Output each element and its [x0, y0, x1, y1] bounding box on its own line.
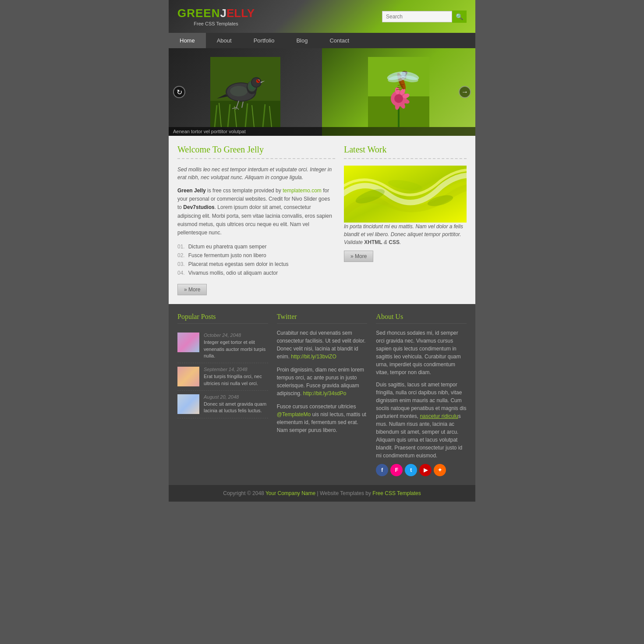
feature-list: 01.Dictum eu pharetra quam semper 02.Fus… [177, 242, 335, 277]
slider: ↻ → Aenean tortor vel porttitor volutpat [169, 48, 475, 136]
latest-work-title: Latest Work [344, 145, 467, 159]
slider-next-button[interactable]: → [459, 86, 471, 98]
logo-subtitle: Free CSS Templates [177, 21, 255, 26]
logo: GREENJELLY Free CSS Templates [177, 7, 255, 26]
post-content: August 20, 2048 Donec sit amet gravida q… [204, 394, 268, 414]
content-area: Welcome To Green Jelly Sed mollis leo ne… [169, 136, 475, 304]
search-box: 🔍 [382, 11, 467, 23]
twitter-title: Twitter [277, 313, 368, 324]
footer-templates-link[interactable]: Free CSS Templates [372, 490, 421, 496]
post-item: October 24, 2048 Integer eget tortor et … [177, 329, 268, 363]
intro-text: Sed mollis leo nec est tempor interdum e… [177, 166, 335, 181]
post-content: September 14, 2048 Erat turpis fringilla… [204, 367, 268, 387]
tweet-link[interactable]: http://bit.ly/13bviZO [291, 354, 336, 360]
svg-point-12 [230, 86, 248, 96]
dev7studios-label: Dev7studios [183, 204, 214, 210]
latest-work-section: Latest Work [344, 145, 467, 295]
list-item: 04.Vivamus mollis, odio ut aliquam aucto… [177, 269, 335, 277]
post-date: August 20, 2048 [204, 394, 268, 400]
post-content: October 24, 2048 Integer eget tortor et … [204, 333, 268, 359]
header: GREENJELLY Free CSS Templates 🔍 [169, 0, 475, 33]
slider-image [169, 48, 475, 136]
slide-right [322, 48, 475, 136]
post-date: September 14, 2048 [204, 367, 268, 372]
templatemo-twitter-link[interactable]: @TemplateMo [277, 411, 311, 418]
logo-red: ELLY [226, 7, 255, 20]
post-text: Erat turpis fringilla orci, nec ultricie… [204, 373, 268, 387]
twitter-section: Twitter Curabitur nec dui venenatis sem … [277, 313, 368, 476]
slider-prev-button[interactable]: ↻ [173, 86, 185, 98]
nav: Home About Portfolio Blog Contact [169, 33, 475, 48]
about-text-1: Sed rhoncus sodales mi, id semper orci g… [376, 329, 467, 376]
facebook-icon[interactable]: f [376, 464, 388, 476]
list-item: 03.Placerat metus egestas sem dolor in l… [177, 260, 335, 269]
svg-point-17 [252, 78, 261, 87]
social-icons: f F t ▶ ✦ [376, 464, 467, 476]
post-item: September 14, 2048 Erat turpis fringilla… [177, 363, 268, 391]
nav-blog[interactable]: Blog [285, 33, 318, 48]
post-thumbnail [177, 394, 199, 414]
youtube-icon[interactable]: ▶ [419, 464, 432, 476]
green-jelly-label: Green Jelly [177, 188, 206, 194]
work-caption: In porta tincidunt mi eu mattis. Nam vel… [344, 223, 467, 246]
tweet-link[interactable]: http://bit.ly/34sdPo [303, 390, 347, 396]
rss-icon[interactable]: ✦ [434, 464, 446, 476]
twitter-icon[interactable]: t [405, 464, 417, 476]
welcome-title: Welcome To Green Jelly [177, 145, 335, 159]
work-more-button[interactable]: » More [344, 251, 373, 262]
post-thumbnail [177, 333, 199, 352]
about-us-title: About Us [376, 313, 467, 324]
nav-about[interactable]: About [206, 33, 243, 48]
svg-point-20 [258, 80, 259, 81]
welcome-more-button[interactable]: » More [177, 284, 207, 295]
popular-posts-title: Popular Posts [177, 313, 268, 324]
about-us-section: About Us Sed rhoncus sodales mi, id semp… [376, 313, 467, 476]
tweet-3: Fusce cursus consectetur ultricies @Temp… [277, 403, 368, 434]
footer-separator: | Website Templates by [317, 490, 373, 496]
svg-point-33 [394, 94, 403, 103]
nav-portfolio[interactable]: Portfolio [243, 33, 286, 48]
search-input[interactable] [382, 11, 452, 22]
post-text: Donec sit amet gravida quam lacinia at l… [204, 401, 268, 414]
slider-caption: Aenean tortor vel porttitor volutpat [169, 127, 475, 136]
templatemo-link[interactable]: templatemo.com [283, 188, 322, 194]
logo-white: J [220, 7, 226, 20]
tweet-2: Proin dignissim, diam nec enim lorem tem… [277, 366, 368, 397]
post-text: Integer eget tortor et elit venenatis au… [204, 339, 268, 359]
footer-copyright: Copyright © 2048 [223, 490, 264, 496]
logo-green: GREEN [177, 7, 220, 20]
slide-left [169, 48, 322, 136]
footer: Copyright © 2048 Your Company Name | Web… [169, 485, 475, 502]
post-thumbnail [177, 367, 199, 386]
body-text: Green Jelly is free css template provide… [177, 187, 335, 237]
list-item: 02.Fusce fermentum justo non libero [177, 251, 335, 260]
popular-posts-section: Popular Posts October 24, 2048 Integer e… [177, 313, 268, 476]
list-item: 01.Dictum eu pharetra quam semper [177, 242, 335, 251]
search-button[interactable]: 🔍 [452, 11, 467, 23]
footer-company-link[interactable]: Your Company Name [265, 490, 315, 496]
work-image [344, 166, 467, 223]
flickr-icon[interactable]: F [390, 464, 403, 476]
nav-contact[interactable]: Contact [318, 33, 360, 48]
tweet-1: Curabitur nec dui venenatis sem consecte… [277, 329, 368, 361]
about-text-2: Duis sagittis, lacus sit amet tempor fri… [376, 381, 467, 460]
nav-home[interactable]: Home [169, 33, 206, 48]
nascetur-link[interactable]: nascetur ridiculu [420, 413, 458, 419]
post-item: August 20, 2048 Donec sit amet gravida q… [177, 391, 268, 418]
welcome-section: Welcome To Green Jelly Sed mollis leo ne… [177, 145, 335, 295]
tweet-text: Fusce cursus consectetur ultricies [277, 403, 356, 410]
post-date: October 24, 2048 [204, 333, 268, 338]
bottom-section: Popular Posts October 24, 2048 Integer e… [169, 304, 475, 485]
